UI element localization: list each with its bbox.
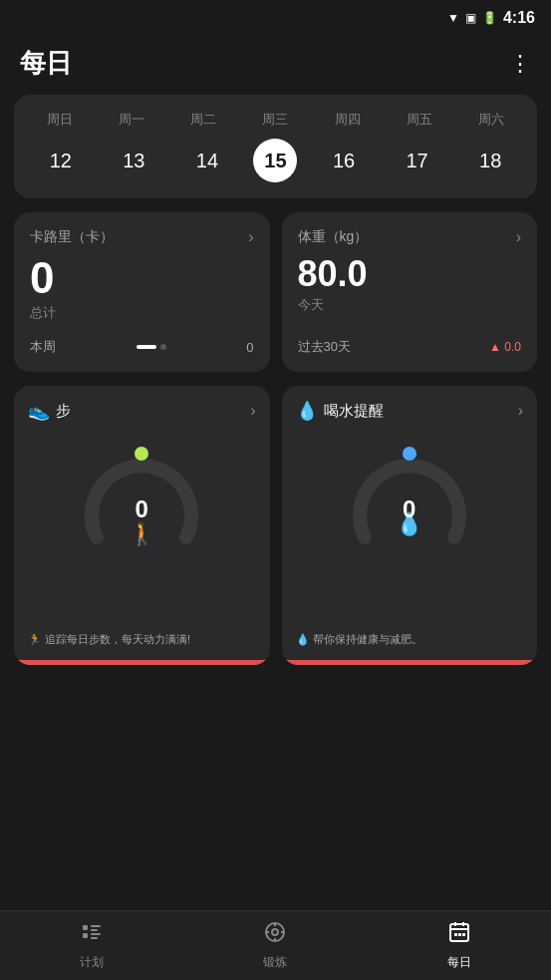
weight-subtitle: 今天 — [298, 296, 522, 314]
svg-rect-19 — [458, 933, 461, 936]
dot-inactive — [160, 344, 166, 350]
water-description: 💧 帮你保持健康与减肥。 — [296, 632, 524, 651]
steps-description: 🏃 追踪每日步数，每天动力满满! — [28, 632, 256, 651]
weekday-wed: 周三 — [248, 111, 302, 129]
weight-footer: 过去30天 ▲ 0.0 — [298, 338, 522, 356]
steps-title-row: 👟 步 — [28, 400, 71, 422]
calories-footer: 本周 0 — [30, 338, 254, 356]
svg-point-9 — [272, 929, 278, 935]
weight-card[interactable]: 体重（kg） › 80.0 今天 过去30天 ▲ 0.0 — [282, 212, 538, 372]
steps-title: 步 — [56, 402, 71, 421]
menu-button[interactable]: ⋮ — [509, 51, 531, 77]
weight-title: 体重（kg） — [298, 228, 369, 246]
calendar-date-15-active[interactable]: 15 — [253, 139, 297, 182]
weight-arrow[interactable]: › — [516, 228, 521, 246]
battery-icon: 🔋 — [482, 11, 497, 25]
weekday-thu: 周四 — [321, 111, 375, 129]
svg-rect-2 — [83, 925, 88, 930]
header: 每日 ⋮ — [0, 36, 551, 95]
stats-grid: 卡路里（卡） › 0 总计 本周 0 体重（kg） › 80.0 今天 过去30… — [14, 212, 537, 372]
weekday-tue: 周二 — [176, 111, 230, 129]
calendar-date-12[interactable]: 12 — [34, 139, 88, 182]
steps-arrow[interactable]: › — [250, 402, 255, 420]
svg-rect-18 — [454, 933, 457, 936]
activity-grid: 👟 步 › 🚶 0 🏃 追踪每日步数，每天动力满满! 💧 喝水提醒 — [14, 386, 537, 665]
calendar-date-13[interactable]: 13 — [107, 139, 160, 182]
wifi-icon: ▼ — [447, 11, 459, 25]
workout-icon — [263, 920, 287, 950]
water-header: 💧 喝水提醒 › — [296, 400, 524, 422]
calendar-date-17[interactable]: 17 — [391, 139, 444, 182]
steps-icon: 👟 — [28, 400, 50, 422]
signal-icon: ▣ — [465, 11, 476, 25]
nav-workout-label: 锻炼 — [263, 954, 287, 971]
steps-card[interactable]: 👟 步 › 🚶 0 🏃 追踪每日步数，每天动力满满! — [14, 386, 270, 665]
svg-rect-4 — [91, 925, 101, 927]
dot-active — [137, 345, 156, 349]
svg-rect-7 — [91, 937, 98, 939]
water-title: 喝水提醒 — [324, 402, 384, 421]
calendar-date-14[interactable]: 14 — [180, 139, 234, 182]
nav-item-workout[interactable]: 锻炼 — [243, 912, 307, 979]
calories-subtitle: 总计 — [30, 304, 254, 322]
weekday-fri: 周五 — [393, 111, 446, 129]
calories-card[interactable]: 卡路里（卡） › 0 总计 本周 0 — [14, 212, 270, 372]
calories-arrow[interactable]: › — [248, 228, 253, 246]
calories-title: 卡路里（卡） — [30, 228, 114, 246]
svg-point-1 — [403, 447, 416, 461]
steps-header: 👟 步 › — [28, 400, 256, 422]
weekday-sat: 周六 — [464, 111, 518, 129]
water-card[interactable]: 💧 喝水提醒 › 💧 0 💧 帮你保持健康与减肥。 — [282, 386, 538, 665]
weight-period-label: 过去30天 — [298, 338, 351, 356]
svg-rect-6 — [91, 933, 101, 935]
svg-rect-20 — [462, 933, 465, 936]
nav-item-plan[interactable]: 计划 — [60, 912, 124, 979]
svg-rect-5 — [91, 929, 98, 931]
steps-figure-icon: 🚶 — [129, 521, 155, 547]
steps-bottom-bar — [14, 660, 270, 665]
status-time: 4:16 — [503, 9, 535, 27]
calendar-date-16[interactable]: 16 — [317, 139, 371, 182]
water-bottom-bar — [282, 660, 538, 665]
calories-value: 0 — [30, 256, 254, 300]
water-title-row: 💧 喝水提醒 — [296, 400, 384, 422]
weekday-mon: 周一 — [105, 111, 158, 129]
calories-progress — [137, 344, 166, 350]
nav-plan-label: 计划 — [80, 954, 104, 971]
water-gauge-value: 0 — [403, 495, 415, 523]
svg-rect-14 — [450, 924, 468, 941]
plan-icon — [80, 920, 104, 950]
weight-trend: ▲ 0.0 — [489, 340, 521, 354]
svg-point-0 — [135, 447, 148, 461]
calories-card-header: 卡路里（卡） › — [30, 228, 254, 246]
status-bar: ▼ ▣ 🔋 4:16 — [0, 0, 551, 36]
steps-gauge-value: 0 — [136, 495, 148, 523]
water-arrow[interactable]: › — [518, 402, 523, 420]
nav-daily-label: 每日 — [447, 954, 471, 971]
calories-week-label: 本周 — [30, 338, 56, 356]
calendar-weekdays: 周日 周一 周二 周三 周四 周五 周六 — [24, 111, 527, 129]
calendar-date-18[interactable]: 18 — [463, 139, 517, 182]
daily-icon — [447, 920, 471, 950]
water-gauge: 💧 0 — [296, 438, 524, 567]
calendar-card: 周日 周一 周二 周三 周四 周五 周六 12 13 14 15 16 17 1… — [14, 95, 537, 198]
weekday-sun: 周日 — [33, 111, 87, 129]
weight-card-header: 体重（kg） › — [298, 228, 522, 246]
svg-rect-3 — [83, 933, 88, 938]
bottom-nav: 计划 锻炼 每日 — [0, 910, 551, 980]
steps-gauge: 🚶 0 — [28, 438, 256, 567]
water-icon: 💧 — [296, 400, 318, 422]
calories-week-value: 0 — [246, 340, 253, 355]
page-title: 每日 — [20, 46, 72, 81]
weight-value: 80.0 — [298, 256, 522, 292]
calendar-dates: 12 13 14 15 16 17 18 — [24, 139, 527, 182]
nav-item-daily[interactable]: 每日 — [427, 912, 491, 979]
